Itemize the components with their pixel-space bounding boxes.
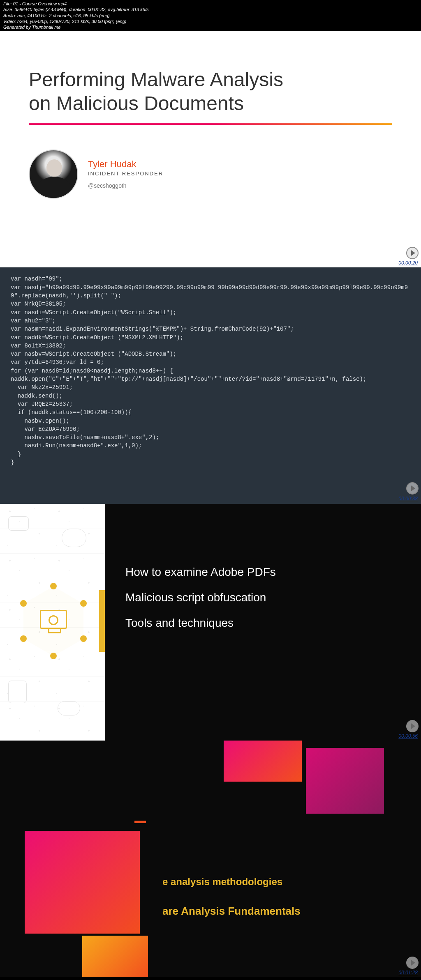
meta-file: File: 01 - Course Overview.mp4: [3, 1, 418, 7]
thumbnail-frame-4: e analysis methodologies are Analysis Fu…: [0, 741, 421, 977]
author-block: Tyler Hudak INCIDENT RESPONDER @secshogg…: [0, 125, 421, 199]
meta-size: Size: 3596440 bytes (3.43 MiB), duration…: [3, 7, 418, 12]
doodle-cloud: [58, 701, 80, 715]
play-badge: 00:00:38: [398, 482, 419, 502]
author-name: Tyler Hudak: [88, 159, 163, 170]
title-line-1: Performing Malware Analysis: [29, 69, 283, 90]
frame-timestamp: 00:00:38: [398, 495, 419, 502]
frame-timestamp: 00:00:20: [398, 260, 419, 266]
author-text: Tyler Hudak INCIDENT RESPONDER @secshogg…: [88, 159, 163, 189]
title-block: Performing Malware Analysis on Malicious…: [0, 31, 421, 124]
thumbnail-frame-2: var nasdh="99"; var nasdj="b99a99d99.99e…: [0, 267, 421, 504]
partial-text-line: are Analysis Fundamentals: [162, 905, 301, 918]
accent-bar: [99, 590, 105, 652]
play-badge: 00:00:56: [398, 720, 419, 739]
thumbnail-frame-3: How to examine Adobe PDFs Malicious scri…: [0, 504, 421, 741]
bullet-item: Tools and techniques: [125, 617, 405, 630]
gradient-block: [25, 831, 140, 934]
gear-icon: [49, 615, 58, 625]
gradient-block: [82, 936, 148, 977]
meta-video: Video: h264, yuv420p, 1280x720, 211 kb/s…: [3, 18, 418, 24]
left-illustration-panel: [0, 504, 105, 741]
doodle-box: [8, 516, 29, 531]
partial-text-line: e analysis methodologies: [162, 876, 282, 888]
bullets-panel: How to examine Adobe PDFs Malicious scri…: [105, 504, 421, 741]
play-badge: 00:00:20: [398, 247, 419, 266]
gradient-block: [224, 741, 302, 782]
bullet-item: How to examine Adobe PDFs: [125, 566, 405, 579]
play-icon[interactable]: [406, 957, 419, 969]
play-badge: 00:01:28: [398, 957, 419, 975]
accent-dash: [134, 821, 146, 823]
course-title: Performing Malware Analysis on Malicious…: [29, 68, 392, 115]
play-icon[interactable]: [406, 482, 419, 495]
thumbnail-frame-1: Performing Malware Analysis on Malicious…: [0, 31, 421, 267]
gradient-block: [306, 748, 384, 814]
doodle-lock: [8, 681, 27, 703]
author-avatar: [29, 150, 78, 199]
frame-timestamp: 00:00:56: [398, 733, 419, 739]
code-sample: var nasdh="99"; var nasdj="b99a99d99.99e…: [11, 276, 408, 466]
author-handle: @secshoggoth: [88, 182, 163, 189]
title-line-2: on Malicious Documents: [29, 92, 244, 114]
frame-timestamp: 00:01:28: [398, 970, 419, 975]
play-icon[interactable]: [406, 720, 419, 732]
play-icon[interactable]: [406, 247, 419, 259]
video-metadata-header: File: 01 - Course Overview.mp4 Size: 359…: [0, 0, 421, 31]
monitor-icon: [40, 610, 67, 629]
doodle-cloud: [62, 529, 86, 547]
bullet-item: Malicious script obfuscation: [125, 591, 405, 604]
hex-network-icon: [19, 586, 88, 656]
meta-audio: Audio: aac, 44100 Hz, 2 channels, s16, 9…: [3, 13, 418, 18]
meta-generated: Generated by Thumbnail me: [3, 24, 418, 30]
author-role: INCIDENT RESPONDER: [88, 170, 163, 177]
